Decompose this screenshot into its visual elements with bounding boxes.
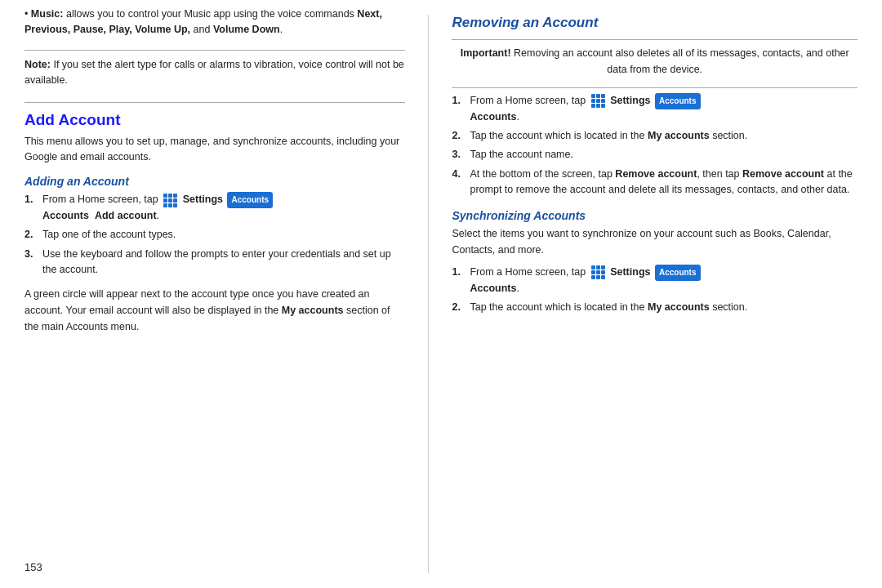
add-account-title: Add Account [24,111,405,129]
grid-icon-r1 [591,94,605,108]
adding-steps: 1. From a Home screen, tap Settings Acco… [24,192,405,281]
remove-step-4-content: At the bottom of the screen, tap Remove … [470,167,858,198]
step-1: 1. From a Home screen, tap Settings Acco… [24,192,405,224]
remove-step-2-content: Tap the account which is located in the … [470,128,858,144]
accounts-badge-r1: Accounts [655,93,701,109]
sync-accounts-title: Synchronizing Accounts [452,209,858,222]
remove-step-1-content: From a Home screen, tap Settings Account… [470,93,858,125]
sync-step-1-content: From a Home screen, tap Settings Account… [470,265,858,296]
step-1-content: From a Home screen, tap Settings Account… [42,192,405,224]
step-2-content: Tap one of the account types. [42,227,405,243]
remove-step-1: 1. From a Home screen, tap Settings Acco… [452,93,858,125]
remove-step-3-content: Tap the account name. [470,147,858,163]
sync-step-1: 1. From a Home screen, tap Settings Acco… [452,265,858,296]
adding-account-subtitle: Adding an Account [24,175,405,188]
top-music-line: • Music: allows you to control your Musi… [24,7,405,38]
step-3-content: Use the keyboard and follow the prompts … [42,247,405,278]
removing-account-title: Removing an Account [452,15,858,31]
my-accounts-bold: My accounts [282,305,344,316]
sync-step-2: 2. Tap the account which is located in t… [452,300,858,315]
note-divider [24,102,405,103]
removing-divider-top [452,39,858,40]
sync-step-2-content: Tap the account which is located in the … [470,300,858,315]
remove-step-4-num: 4. [452,167,470,182]
important-bold: Important! [461,47,511,59]
top-divider [24,50,405,51]
sync-step-2-num: 2. [452,300,470,315]
removing-steps: 1. From a Home screen, tap Settings Acco… [452,93,858,201]
removing-divider-bot [452,87,858,88]
note-label: Note: [24,59,51,70]
right-column: Removing an Account Important! Removing … [429,15,858,573]
remove-step-3: 3. Tap the account name. [452,147,858,163]
important-text: Removing an account also deletes all of … [511,47,849,75]
step-3: 3. Use the keyboard and follow the promp… [24,247,405,278]
step-1-num: 1. [24,192,42,207]
step-2-num: 2. [24,227,42,243]
step-2: 2. Tap one of the account types. [24,227,405,243]
grid-icon-s1 [591,265,605,279]
remove-step-2: 2. Tap the account which is located in t… [452,128,858,144]
page-number: 153 [24,553,405,573]
accounts-badge-s1: Accounts [655,265,701,281]
remove-step-4: 4. At the bottom of the screen, tap Remo… [452,167,858,198]
note-box: Note: If you set the alert type for call… [24,57,405,89]
sync-step-1-num: 1. [452,265,470,280]
sync-desc: Select the items you want to synchronize… [452,226,858,258]
step-3-num: 3. [24,247,42,262]
green-circle-para: A green circle will appear next to the a… [24,286,405,335]
remove-step-1-num: 1. [452,93,470,109]
remove-step-2-num: 2. [452,128,470,144]
remove-step-3-num: 3. [452,147,470,163]
grid-icon [163,194,177,207]
important-box: Important! Removing an account also dele… [452,45,858,78]
left-column: • Music: allows you to control your Musi… [24,15,429,573]
accounts-badge-1: Accounts [227,192,273,208]
note-text: If you set the alert type for calls or a… [24,59,404,86]
add-account-desc: This menu allows you to set up, manage, … [24,134,405,166]
sync-steps: 1. From a Home screen, tap Settings Acco… [452,265,858,318]
